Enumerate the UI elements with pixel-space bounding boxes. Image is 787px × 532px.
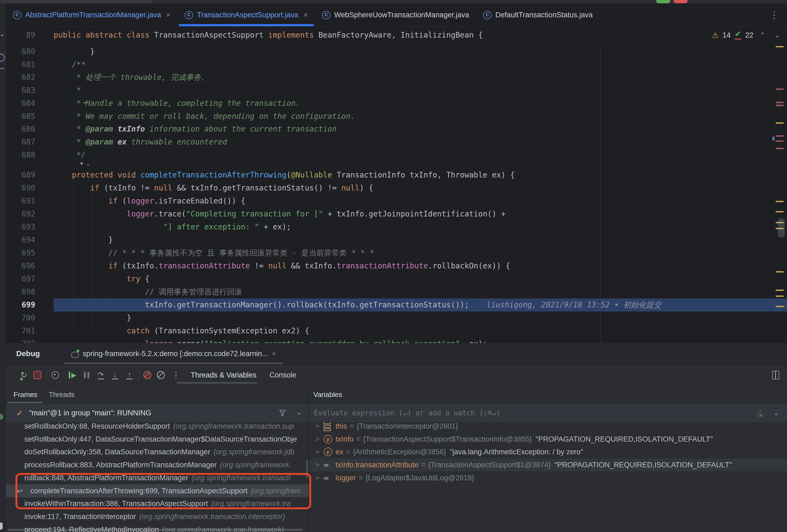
gutter-line-number[interactable]: 683 <box>6 84 35 97</box>
variable-row-txInfo[interactable]: >ptxInfo={TransactionAspectSupport$Trans… <box>309 433 787 446</box>
tab-options-icon[interactable]: ⋮ <box>770 9 779 20</box>
code-line-701[interactable]: catch (TransactionSystemException ex2) { <box>54 325 787 337</box>
filter-icon[interactable] <box>279 409 286 417</box>
evaluate-dropdown-icon[interactable]: ⌄ <box>773 409 779 417</box>
pause-button[interactable] <box>81 365 93 385</box>
frame-row-2[interactable]: setRollbackOnly:447, DataSourceTransacti… <box>6 433 309 446</box>
gutter-line-number[interactable]: 686 <box>6 123 35 136</box>
gutter-line-number[interactable]: 689 <box>6 169 35 182</box>
variable-row-ex[interactable]: >pex={ArithmeticException@3856}"java.lan… <box>309 445 787 459</box>
gutter-line-number[interactable]: 688 <box>6 149 35 161</box>
code-line-682[interactable]: * 处理一个 throwable, 完成事务。 <box>54 71 787 84</box>
expand-chevron-icon[interactable]: > <box>316 448 324 456</box>
gutter-line-number[interactable]: 695 <box>6 246 35 260</box>
gutter-line-number[interactable]: 691 <box>6 195 35 207</box>
inspection-widget[interactable]: ⚠ 14 ✔ 22 ⌃ ⌄ <box>712 26 783 44</box>
stripe-tool-icon[interactable] <box>0 53 5 62</box>
editor-tab-2[interactable]: CTransactionAspectSupport.java× <box>178 3 315 26</box>
prev-problem-icon[interactable]: ⌃ <box>757 31 768 39</box>
frame-row-1[interactable]: setRollbackOnly:68, ResourceHolderSuppor… <box>6 422 309 433</box>
tab-close-icon[interactable]: × <box>303 11 308 19</box>
code-line-693[interactable]: "] after exception: " + ex); <box>54 221 787 234</box>
code-line-699[interactable]: txInfo.getTransactionManager().rollback(… <box>54 298 787 311</box>
code-line-687[interactable]: * @param ex throwable encountered <box>54 136 787 149</box>
frame-row-6[interactable]: ↩completeTransactionAfterThrowing:699, T… <box>6 484 309 497</box>
frames-hscrollbar[interactable] <box>7 529 303 531</box>
gutter-line-number[interactable]: 690 <box>6 182 35 195</box>
frame-row-8[interactable]: invoke:117, TransactionInterceptor(org.s… <box>6 510 309 523</box>
code-line-696[interactable]: if (txInfo.transactionAttribute != null … <box>54 260 787 272</box>
gutter-line-number[interactable]: 697 <box>6 272 35 286</box>
code-line-695[interactable]: // * * * 事务属性不为空 且 事务属性回滚异常类 - 是当前异常类 * … <box>54 246 787 260</box>
gutter-line-number[interactable]: 693 <box>6 221 35 234</box>
code-line-684[interactable]: * Handle a throwable, completing the tra… <box>54 97 787 110</box>
code-line-685[interactable]: * We may commit or roll back, depending … <box>54 110 787 123</box>
code-editor[interactable]: ✦ ⌄ 680 }681 /**682 * 处理一个 throwable, 完成… <box>6 44 787 343</box>
run-button[interactable] <box>656 0 670 3</box>
code-line-702[interactable]: logger.error("Application exception over… <box>54 337 787 343</box>
expand-chevron-icon[interactable]: > <box>316 422 324 430</box>
step-into-button[interactable]: ↓ <box>109 365 121 385</box>
gutter-line-number[interactable]: 682 <box>6 71 35 84</box>
code-line-686[interactable]: * @param txInfo information about the cu… <box>54 123 787 136</box>
gutter-line-number[interactable]: 687 <box>6 136 35 149</box>
gutter-line-number[interactable]: 699 <box>6 298 35 311</box>
layout-settings-icon[interactable] <box>770 365 782 385</box>
gutter-line-number[interactable]: 700 <box>6 311 35 325</box>
gutter-line-number[interactable]: 702 <box>6 337 35 343</box>
editor-tab-1[interactable]: CAbstractPlatformTransactionManager.java… <box>6 3 178 26</box>
code-line-680[interactable]: } <box>54 45 787 58</box>
code-line-700[interactable]: } <box>54 311 787 325</box>
next-problem-icon[interactable]: ⌄ <box>772 31 783 39</box>
step-over-button[interactable]: ↷ <box>95 365 107 385</box>
editor-tab-3[interactable]: CWebSphereUowTransactionManager.java <box>315 3 476 26</box>
variable-row-logger[interactable]: >∞logger={LogAdapter$JavaUtilLog@2618} <box>309 471 787 484</box>
code-line-697[interactable]: try { <box>54 272 787 286</box>
frame-row-5[interactable]: rollback:848, AbstractPlatformTransactio… <box>6 471 309 484</box>
gutter-line-number[interactable]: 694 <box>6 234 35 246</box>
stop-button[interactable] <box>674 0 688 3</box>
sticky-declaration-line[interactable]: 89 public abstract class TransactionAspe… <box>6 26 787 44</box>
code-line-692[interactable]: logger.trace("Completing transaction for… <box>54 207 787 221</box>
evaluate-expression-bar[interactable]: Evaluate expression (↵) or add a watch (… <box>309 404 787 422</box>
frame-row-4[interactable]: processRollback:883, AbstractPlatformTra… <box>6 459 309 471</box>
show-execution-point-button[interactable] <box>49 365 61 385</box>
stripe-bottom-icon[interactable] <box>0 523 3 530</box>
code-line-683[interactable]: * <box>54 84 787 97</box>
variable-row-this[interactable]: >this={TransactionInterceptor@2601} <box>309 422 787 433</box>
expand-chevron-icon[interactable]: > <box>316 436 324 443</box>
gutter-line-number[interactable]: 685 <box>6 110 35 123</box>
thread-selector[interactable]: ✓ "main"@1 in group "main": RUNNING ⌄ <box>6 404 309 422</box>
tab-close-icon[interactable]: × <box>166 11 171 19</box>
stop-debug-button[interactable] <box>31 365 43 385</box>
debug-label[interactable]: Debug <box>16 349 40 358</box>
stripe-debug-icon[interactable] <box>0 414 3 420</box>
step-out-button[interactable]: ↑ <box>124 365 135 385</box>
editor-scrollbar[interactable] <box>778 218 785 238</box>
view-breakpoints-button[interactable] <box>141 365 153 385</box>
code-line-691[interactable]: if (logger.isTraceEnabled()) { <box>54 195 787 207</box>
expand-chevron-icon[interactable]: > <box>316 474 324 482</box>
frame-row-7[interactable]: invokeWithinTransaction:386, Transaction… <box>6 497 309 510</box>
thread-dropdown-icon[interactable]: ⌄ <box>296 408 302 417</box>
gutter-line-number[interactable]: 692 <box>6 207 35 221</box>
gutter-line-number[interactable]: 681 <box>6 58 35 71</box>
add-watch-icon[interactable]: +oo <box>758 409 763 417</box>
gutter-line-number[interactable]: 684 <box>6 97 35 110</box>
resume-button[interactable]: ▶ <box>67 365 79 385</box>
code-line-688[interactable]: */ <box>54 149 787 161</box>
debug-session-tab[interactable]: spring-framework-5.2.x:demo [:demo:cn.co… <box>64 343 283 364</box>
code-line-698[interactable]: // 调用事务管理器进行回滚 <box>54 286 787 298</box>
session-close-icon[interactable]: × <box>272 349 276 358</box>
rerun-debug-button[interactable]: ↻ <box>18 365 30 385</box>
expand-chevron-icon[interactable]: > <box>316 461 324 469</box>
tab-threads[interactable]: Threads <box>49 385 75 403</box>
gutter-line-number[interactable]: 698 <box>6 286 35 298</box>
tab-console[interactable]: Console <box>270 365 296 385</box>
code-line-690[interactable]: if (txInfo != null && txInfo.getTransact… <box>54 182 787 195</box>
variable-row-txInfo.transactionAttribute[interactable]: >∞txInfo.transactionAttribute={Transacti… <box>309 459 787 471</box>
code-line-689[interactable]: protected void completeTransactionAfterT… <box>54 169 787 182</box>
gutter-line-number[interactable]: 696 <box>6 260 35 272</box>
gutter-line-number[interactable]: 680 <box>6 45 35 58</box>
frame-row-3[interactable]: doSetRollbackOnly:358, DataSourceTransac… <box>6 445 309 459</box>
